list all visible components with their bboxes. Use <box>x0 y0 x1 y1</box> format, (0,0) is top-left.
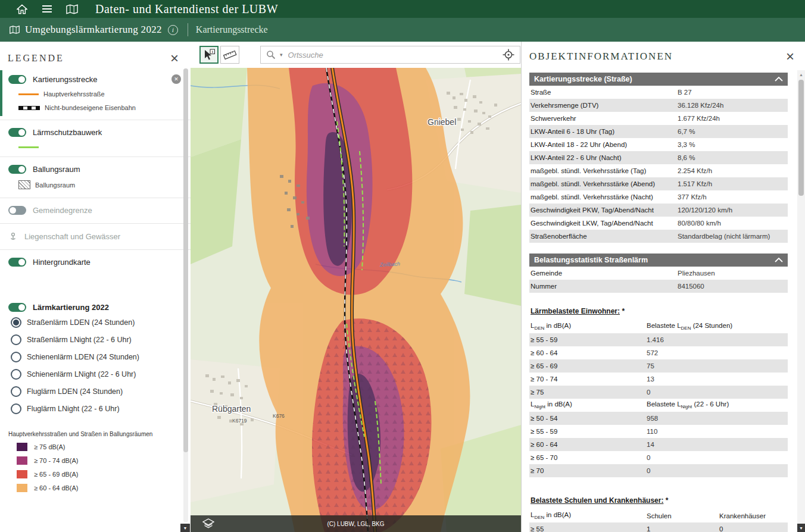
section-header-belastungsstatistik[interactable]: Belastungsstatistik Straßenlärm <box>529 254 788 267</box>
row-value: 110 <box>647 428 788 435</box>
scale-label: ≥ 75 dB(A) <box>34 443 65 450</box>
legend-panel: LEGENDE × Kartierungsstrecke ✕ Hauptverk… <box>0 42 191 532</box>
table-row: ≥ 55 - 59 1.416 <box>529 333 788 346</box>
info-icon[interactable]: i <box>168 25 178 35</box>
table-row: Schwerverkehr 1.677 Kfz/24h <box>529 112 788 125</box>
table-row: LKW-Anteil 18 - 22 Uhr (Abend) 3,3 % <box>529 138 788 151</box>
map-icon[interactable] <box>65 2 79 15</box>
scale-row: ≥ 70 - 74 dB(A) <box>0 453 191 467</box>
noise-layer-option[interactable]: Fluglärm LNight (22 - 6 Uhr) <box>0 400 191 418</box>
identify-tool-button[interactable]: i <box>199 46 219 64</box>
legend-item-laermschutzbauwerk: Lärmschutzbauwerk <box>0 123 191 154</box>
row-label: ≥ 75 <box>529 389 647 396</box>
scale-swatch <box>17 456 27 465</box>
table-row: ≥ 70 0 <box>529 464 788 477</box>
row-value: Standardbelag (nicht lärmarm) <box>678 233 788 240</box>
legend-item-laermkartierung: Lärmkartierung 2022 <box>0 298 191 313</box>
table-row: Gemeinde Pliezhausen <box>529 267 788 280</box>
col-header-krankenhaeuser: Krankenhäuser <box>719 512 788 520</box>
panel-scrollbar[interactable]: ▲ ▼ <box>797 70 805 532</box>
noise-layer-option[interactable]: Fluglärm LDEN (24 Stunden) <box>0 383 191 400</box>
ballungsraum-toggle[interactable] <box>8 165 26 174</box>
row-value: 8415060 <box>678 283 788 290</box>
layers-icon[interactable] <box>202 518 214 529</box>
road-table: Straße B 27 Verkehrsmenge (DTV) 36.128 K… <box>529 86 788 243</box>
search-box: ▾ <box>260 46 520 64</box>
hintergrundkarte-toggle[interactable] <box>8 258 26 267</box>
row-value: 120/120/120 km/h <box>678 206 788 214</box>
laermkartierung-toggle[interactable] <box>8 303 26 312</box>
section-header-kartierungsstrecke[interactable]: Kartierungsstrecke (Straße) <box>529 73 788 86</box>
map-toolbar: i ▾ <box>191 42 521 68</box>
row-value: 0 <box>647 454 788 461</box>
map-area: i ▾ <box>191 42 521 532</box>
map-canvas[interactable]: Gniebel Rübgarten Zeilbach K6719 K676 <box>191 68 521 532</box>
scale-label: ≥ 60 - 64 dB(A) <box>34 484 79 492</box>
noise-layer-option[interactable]: Straßenlärm LNight (22 - 6 Uhr) <box>0 331 191 349</box>
radio-icon[interactable] <box>11 317 21 328</box>
chevron-up-icon[interactable] <box>775 258 783 262</box>
row-label: Geschwindigkeit PKW, Tag/Abend/Nacht <box>529 206 678 214</box>
radio-icon[interactable] <box>11 403 21 414</box>
panel-scroll-thumb[interactable] <box>798 80 804 196</box>
row-label: LKW-Anteil 18 - 22 Uhr (Abend) <box>529 141 678 148</box>
radio-icon[interactable] <box>11 386 21 397</box>
noise-layer-option[interactable]: Schienenlärm LNight (22 - 6 Uhr) <box>0 366 191 383</box>
eisenbahn-label: Nicht-bundeseigene Eisenbahn <box>45 104 136 111</box>
table-row: maßgebl. stündl. Verkehrsstärke (Tag) 2.… <box>529 164 788 177</box>
laermschutzbauwerk-toggle[interactable] <box>8 128 26 137</box>
svg-text:i: i <box>212 49 213 54</box>
gemeindegrenze-toggle[interactable] <box>8 206 26 215</box>
table-row: Nummer 8415060 <box>529 280 788 293</box>
col-header-lden-schulen: LDEN in dB(A) <box>529 511 647 520</box>
radio-icon[interactable] <box>11 369 21 380</box>
legend-item-liegenschaft: Liegenschaft und Gewässer <box>0 226 191 247</box>
cursor-info-icon: i <box>202 48 216 61</box>
laermschutzbauwerk-swatch <box>18 146 39 148</box>
legend-close-icon[interactable]: × <box>170 52 179 64</box>
panel-scroll-up[interactable]: ▲ <box>797 70 805 79</box>
radio-icon[interactable] <box>11 334 21 345</box>
legend-divider <box>0 249 191 250</box>
row-label: Straßenoberfläche <box>529 233 678 240</box>
scale-swatch <box>17 443 27 451</box>
legend-title: LEGENDE <box>8 53 64 64</box>
noise-layer-option[interactable]: Straßenlärm LDEN (24 Stunden) <box>0 314 191 331</box>
noise-scale: ≥ 75 dB(A) ≥ 70 - 74 dB(A) ≥ 65 - 69 dB(… <box>0 440 191 495</box>
row-label: ≥ 55 - 59 <box>529 428 647 435</box>
radio-label: Fluglärm LNight (22 - 6 Uhr) <box>27 405 120 413</box>
radio-icon[interactable] <box>11 352 21 362</box>
sidebar-scroll-thumb[interactable] <box>183 68 188 452</box>
noise-layer-option[interactable]: Schienenlärm LDEN (24 Stunden) <box>0 349 191 366</box>
row-label: LKW-Anteil 22 - 6 Uhr (Nacht) <box>529 154 678 161</box>
project-title: Umgebungslärmkartierung 2022 <box>25 24 162 36</box>
sidebar-scroll-down[interactable]: ▼ <box>180 524 190 532</box>
ballungsraum-label: Ballungsraum <box>33 165 80 174</box>
stats-table: Gemeinde Pliezhausen Nummer 8415060 <box>529 267 788 293</box>
row-value: 0 <box>647 467 788 474</box>
table-row: ≥ 55 1 0 <box>529 522 788 532</box>
search-input[interactable] <box>287 50 498 60</box>
sidebar-scrollbar[interactable] <box>183 68 188 522</box>
chevron-up-icon[interactable] <box>775 77 783 82</box>
col-header-lnight: LNight in dB(A) <box>529 400 647 409</box>
objectinfo-close-icon[interactable]: × <box>786 51 794 62</box>
lnight-header-row: LNight in dB(A) Belastete LNight (22 - 6… <box>529 399 788 412</box>
kartierungsstrecke-remove-icon[interactable]: ✕ <box>171 74 181 84</box>
radio-label: Straßenlärm LNight (22 - 6 Uhr) <box>27 336 132 344</box>
measure-tool-button[interactable] <box>220 46 239 64</box>
objectinfo-body: Kartierungsstrecke (Straße) Straße B 27 … <box>529 73 788 532</box>
col-header-belastete-lnight: Belastete LNight (22 - 6 Uhr) <box>647 400 788 409</box>
home-icon[interactable] <box>15 2 29 15</box>
chevron-down-icon[interactable]: ▾ <box>280 52 283 58</box>
panel-scroll-down[interactable]: ▼ <box>797 524 805 532</box>
row-krankenhaeuser: 0 <box>719 525 788 532</box>
kartierungsstrecke-toggle[interactable] <box>8 75 26 84</box>
row-value: 75 <box>647 362 788 370</box>
legend-item-kartierungsstrecke: Kartierungsstrecke ✕ Hauptverkehrsstraße… <box>0 69 191 117</box>
schulen-heading: Belastete Schulen und Krankenhäuser: * <box>531 496 788 505</box>
map-small-icon <box>10 26 20 34</box>
locate-icon[interactable] <box>503 49 514 61</box>
legend-divider <box>0 120 191 120</box>
menu-icon[interactable] <box>40 2 54 15</box>
